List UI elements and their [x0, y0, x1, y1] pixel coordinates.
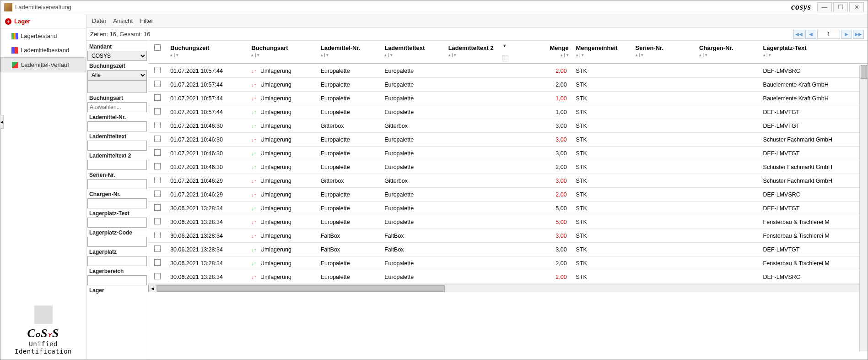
row-check[interactable]	[148, 229, 167, 243]
filter-buchungszeit-extra[interactable]	[87, 80, 147, 93]
table-row[interactable]: 01.07.2021 10:57:44↓↑ UmlagerungEuropale…	[148, 105, 868, 119]
checkbox[interactable]	[154, 94, 161, 101]
scroll-thumb[interactable]	[157, 285, 445, 292]
col-menge[interactable]: Menge▴ | ▾	[508, 41, 572, 64]
tree-item-lagerbestand[interactable]: Lagerbestand	[0, 29, 86, 43]
dropdown-icon[interactable]	[502, 55, 508, 61]
pager-next[interactable]: ▶	[841, 30, 852, 39]
row-check[interactable]	[148, 256, 167, 270]
checkbox[interactable]	[154, 273, 161, 279]
checkbox[interactable]	[154, 108, 161, 115]
filter-buchungsart[interactable]	[87, 102, 147, 112]
minimize-button[interactable]: —	[817, 2, 832, 12]
table-row[interactable]: 01.07.2021 10:46:30↓↑ UmlagerungEuropale…	[148, 147, 868, 160]
filter-lagerplatztext[interactable]	[87, 218, 147, 228]
table-row[interactable]: 01.07.2021 10:46:29↓↑ UmlagerungEuropale…	[148, 188, 868, 202]
checkbox[interactable]	[154, 259, 161, 266]
filter-lagerplatzcode[interactable]	[87, 237, 147, 247]
col-buchungsart[interactable]: Buchungsart▴ | ▾	[248, 41, 317, 64]
tree-header-lager[interactable]: + Lager	[0, 14, 86, 29]
row-check[interactable]	[148, 215, 167, 229]
filter-lagerplatz[interactable]	[87, 256, 147, 266]
checkbox[interactable]	[154, 245, 161, 252]
col-lademitteltext2[interactable]: Lademitteltext 2▴ | ▾	[445, 41, 508, 64]
cell-buchungsart: ↓↑ Umlagerung	[248, 256, 317, 270]
table-row[interactable]: 30.06.2021 13:28:34↓↑ UmlagerungEuropale…	[148, 215, 868, 229]
pager-prev[interactable]: ◀	[805, 30, 816, 39]
checkbox[interactable]	[154, 177, 161, 183]
filter-lademitteltext[interactable]	[87, 141, 147, 151]
filter-lagerbereich[interactable]	[87, 275, 147, 285]
tree-item-lademittelbestand[interactable]: Lademittelbestand	[0, 43, 86, 57]
vscroll-thumb[interactable]	[861, 65, 867, 79]
table-row[interactable]: 01.07.2021 10:57:44↓↑ UmlagerungEuropale…	[148, 64, 868, 78]
row-check[interactable]	[148, 243, 167, 256]
menu-filter[interactable]: Filter	[140, 17, 153, 24]
table-row[interactable]: 01.07.2021 10:46:30↓↑ UmlagerungEuropale…	[148, 133, 868, 147]
vertical-scrollbar[interactable]	[859, 65, 868, 351]
filter-buchungszeit[interactable]: Alle	[87, 70, 147, 80]
table-row[interactable]: 01.07.2021 10:46:29↓↑ UmlagerungGitterbo…	[148, 174, 868, 188]
checkbox[interactable]	[154, 122, 161, 128]
table-row[interactable]: 01.07.2021 10:46:30↓↑ UmlagerungGitterbo…	[148, 119, 868, 133]
table-row[interactable]: 30.06.2021 13:28:34↓↑ UmlagerungEuropale…	[148, 256, 868, 270]
row-check[interactable]	[148, 78, 167, 92]
checkbox[interactable]	[154, 81, 161, 87]
checkbox[interactable]	[154, 67, 161, 73]
filter-lademittelnr[interactable]	[87, 121, 147, 131]
table-row[interactable]: 30.06.2021 13:28:34↓↑ UmlagerungEuropale…	[148, 270, 868, 284]
checkbox-all[interactable]	[154, 44, 161, 51]
pager-last[interactable]: ▶▶	[853, 30, 864, 39]
row-check[interactable]	[148, 133, 167, 147]
col-seriennr[interactable]: Serien-Nr.▴ | ▾	[632, 41, 695, 64]
table-row[interactable]: 01.07.2021 10:46:30↓↑ UmlagerungEuropale…	[148, 160, 868, 174]
table-row[interactable]: 30.06.2021 13:28:34↓↑ UmlagerungEuropale…	[148, 202, 868, 215]
scroll-left-icon[interactable]: ◀	[148, 285, 156, 292]
checkbox[interactable]	[154, 191, 161, 197]
row-check[interactable]	[148, 147, 167, 160]
arrow-down-icon: ↓↑	[251, 192, 257, 197]
cell-einheit: STK	[572, 133, 632, 147]
checkbox[interactable]	[154, 218, 161, 224]
pager-page-input[interactable]	[817, 30, 840, 39]
row-check[interactable]	[148, 174, 167, 188]
col-checkall[interactable]	[148, 41, 167, 64]
cell-lademitteltext2	[445, 270, 508, 284]
cell-lagerplatztext: Schuster Fachmarkt GmbH	[760, 160, 868, 174]
tree-item-lademittel-verlauf[interactable]: Lademittel-Verlauf	[0, 57, 86, 72]
menu-datei[interactable]: Datei	[92, 17, 106, 24]
checkbox[interactable]	[154, 204, 161, 211]
col-mengeneinheit[interactable]: Mengeneinheit▴ | ▾	[572, 41, 632, 64]
menu-ansicht[interactable]: Ansicht	[113, 17, 133, 24]
row-check[interactable]	[148, 119, 167, 133]
col-lademitteltext[interactable]: Lademitteltext▴ | ▾	[381, 41, 444, 64]
col-lademittelnr[interactable]: Lademittel-Nr.▴ | ▾	[317, 41, 381, 64]
col-chargennr[interactable]: Chargen-Nr.▴ | ▾	[695, 41, 759, 64]
filter-chargennr[interactable]	[87, 198, 147, 208]
pager-first[interactable]: ◀◀	[793, 30, 804, 39]
col-buchungszeit[interactable]: Buchungszeit▴ | ▾	[167, 41, 248, 64]
checkbox[interactable]	[154, 163, 161, 169]
checkbox[interactable]	[154, 149, 161, 156]
row-check[interactable]	[148, 92, 167, 105]
row-check[interactable]	[148, 202, 167, 215]
filter-seriennr[interactable]	[87, 179, 147, 189]
table-row[interactable]: 01.07.2021 10:57:44↓↑ UmlagerungEuropale…	[148, 78, 868, 92]
cell-lagerplatztext: Fensterbau & Tischlerei M	[760, 229, 868, 243]
row-check[interactable]	[148, 160, 167, 174]
row-check[interactable]	[148, 188, 167, 202]
checkbox[interactable]	[154, 136, 161, 142]
row-check[interactable]	[148, 64, 167, 78]
table-row[interactable]: 30.06.2021 13:28:34↓↑ UmlagerungFaltBoxF…	[148, 243, 868, 256]
close-button[interactable]: ✕	[849, 2, 864, 12]
checkbox[interactable]	[154, 232, 161, 238]
filter-lademitteltext2[interactable]	[87, 160, 147, 170]
table-row[interactable]: 01.07.2021 10:57:44↓↑ UmlagerungEuropale…	[148, 92, 868, 105]
col-lagerplatztext[interactable]: Lagerplatz-Text▴ | ▾	[760, 41, 868, 64]
horizontal-scrollbar[interactable]: ◀ ▶	[148, 284, 868, 292]
table-row[interactable]: 30.06.2021 13:28:34↓↑ UmlagerungFaltBoxF…	[148, 229, 868, 243]
row-check[interactable]	[148, 105, 167, 119]
maximize-button[interactable]: ☐	[833, 2, 848, 12]
row-check[interactable]	[148, 270, 167, 284]
filter-mandant[interactable]: COSYS	[87, 51, 147, 61]
